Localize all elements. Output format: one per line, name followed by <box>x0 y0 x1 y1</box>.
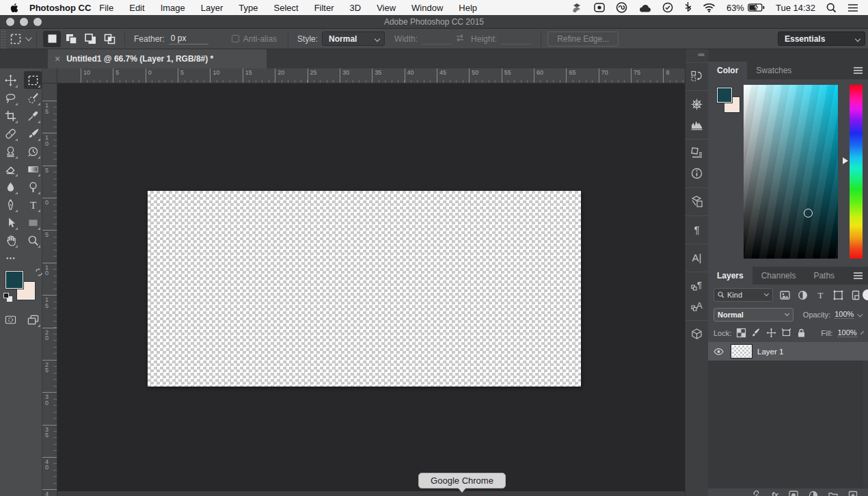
layer-visibility-toggle[interactable] <box>708 348 729 355</box>
stack-menu-icon[interactable] <box>571 3 583 13</box>
blend-mode-dropdown[interactable]: Normal <box>714 308 794 322</box>
filter-shape-layers-icon[interactable] <box>832 288 845 302</box>
options-bar-grip[interactable] <box>0 29 5 49</box>
dodge-tool[interactable] <box>24 178 42 196</box>
feather-input[interactable] <box>169 33 208 44</box>
tool-preset-picker[interactable] <box>10 33 30 45</box>
histogram-icon[interactable] <box>686 114 708 135</box>
tab-channels[interactable]: Channels <box>752 267 805 285</box>
color-field-marker[interactable] <box>804 209 813 218</box>
new-selection-button[interactable] <box>43 31 61 47</box>
layer-comps-icon[interactable] <box>686 191 708 211</box>
new-layer-icon[interactable] <box>848 491 858 496</box>
menubar-clock[interactable]: Tue 14:32 <box>776 3 815 13</box>
minimize-window-button[interactable] <box>20 18 28 26</box>
spotlight-search-icon[interactable] <box>826 3 837 13</box>
panel-menu-icon[interactable] <box>854 272 863 279</box>
subtract-from-selection-button[interactable] <box>81 31 99 47</box>
ellipsis-more-tools[interactable] <box>1 249 19 267</box>
tab-swatches[interactable]: Swatches <box>747 62 800 79</box>
tab-color[interactable]: Color <box>708 62 747 79</box>
pen-tool[interactable] <box>1 196 19 213</box>
layer-style-fx-icon[interactable]: fx <box>772 491 778 496</box>
close-tab-icon[interactable]: × <box>55 53 60 64</box>
zoom-tool[interactable] <box>24 231 42 249</box>
horizontal-ruler[interactable]: 1050510152025303540455055606570758 <box>57 68 685 83</box>
gradient-tool[interactable] <box>24 160 42 178</box>
menu-item[interactable]: File <box>99 3 113 13</box>
history-brush-tool[interactable] <box>24 142 42 160</box>
document-tab[interactable]: × Untitled1 @ 66.7% (Layer 1, RGB/8#) * <box>48 49 267 68</box>
filter-type-layers-icon[interactable]: T <box>815 288 827 302</box>
lasso-tool[interactable] <box>1 89 19 107</box>
character-icon[interactable]: A| <box>686 247 708 267</box>
menu-item[interactable]: Select <box>273 3 298 13</box>
layer-name[interactable]: Layer 1 <box>757 348 783 356</box>
swap-width-height-icon[interactable] <box>455 34 465 44</box>
active-app-name[interactable]: Photoshop CC <box>29 3 91 13</box>
info-icon[interactable] <box>686 163 708 183</box>
expand-panels-icon[interactable]: «« <box>686 49 708 58</box>
lock-pixels-icon[interactable] <box>751 326 761 340</box>
libraries-icon[interactable] <box>686 142 708 163</box>
brush-tool[interactable] <box>24 125 42 142</box>
color-field[interactable] <box>744 85 838 259</box>
crop-tool[interactable] <box>1 107 19 125</box>
quick-mask-mode-button[interactable] <box>1 311 19 328</box>
document-canvas-transparent[interactable] <box>148 191 581 387</box>
layer-row-selected[interactable]: Layer 1 <box>708 342 868 361</box>
layer-filter-dropdown[interactable]: Kind <box>714 288 773 302</box>
filter-smart-objects-icon[interactable] <box>850 288 863 302</box>
vertical-ruler[interactable]: 1510505101520253035404 <box>42 83 57 496</box>
anti-alias-checkbox[interactable] <box>232 35 239 42</box>
filter-adjustment-layers-icon[interactable] <box>797 288 809 302</box>
creative-cloud-icon[interactable] <box>616 2 627 13</box>
width-input[interactable] <box>422 33 452 44</box>
panel-menu-icon[interactable] <box>854 67 863 74</box>
path-selection-tool[interactable] <box>1 213 19 231</box>
move-tool[interactable] <box>1 71 19 89</box>
default-colors-icon[interactable] <box>3 293 13 302</box>
chevron-down-icon[interactable] <box>858 312 863 317</box>
3d-icon[interactable] <box>686 324 708 344</box>
menu-item[interactable]: Filter <box>314 3 334 13</box>
layer-thumbnail[interactable] <box>731 345 752 358</box>
new-group-icon[interactable] <box>828 491 838 496</box>
navigator-icon[interactable] <box>686 94 708 114</box>
fill-value[interactable]: 100% <box>837 328 856 337</box>
notification-center-icon[interactable] <box>847 3 858 12</box>
eraser-tool[interactable] <box>1 160 19 178</box>
canvas-pasteboard[interactable]: Google Chrome <box>57 83 685 496</box>
ruler-origin-corner[interactable] <box>42 68 57 83</box>
link-layers-icon[interactable] <box>752 491 761 496</box>
cloud-icon[interactable] <box>638 3 651 12</box>
workspace-switcher[interactable]: Essentials <box>778 31 865 46</box>
bluetooth-icon[interactable] <box>684 2 692 13</box>
filter-toggle-icon[interactable] <box>863 289 868 300</box>
menu-item[interactable]: Edit <box>129 3 144 13</box>
eyedropper-tool[interactable] <box>24 107 42 125</box>
add-layer-mask-icon[interactable] <box>789 491 798 496</box>
menu-item[interactable]: View <box>377 3 396 13</box>
blur-tool[interactable] <box>1 178 19 196</box>
close-window-button[interactable] <box>6 18 14 26</box>
tab-paths[interactable]: Paths <box>804 267 843 285</box>
paragraph-styles-icon[interactable]: ¶ <box>686 275 708 296</box>
refine-edge-button[interactable]: Refine Edge... <box>547 31 619 47</box>
spot-healing-brush-tool[interactable] <box>1 125 19 142</box>
hue-spectrum-bar[interactable] <box>850 85 863 259</box>
screen-mode-button[interactable] <box>24 311 42 328</box>
opacity-value[interactable]: 100% <box>835 310 854 319</box>
add-to-selection-button[interactable] <box>62 31 80 47</box>
new-adjustment-layer-icon[interactable] <box>809 491 818 496</box>
paragraph-icon[interactable]: ¶ <box>686 219 708 239</box>
lock-all-icon[interactable] <box>796 326 806 340</box>
rectangle-tool[interactable] <box>24 213 42 231</box>
height-input[interactable] <box>501 33 531 44</box>
menu-item[interactable]: 3D <box>350 3 362 13</box>
foreground-color-swatch[interactable] <box>5 271 23 289</box>
battery-status[interactable]: 63% <box>727 3 765 13</box>
intersect-selection-button[interactable] <box>100 31 118 47</box>
quick-selection-tool[interactable] <box>24 89 42 107</box>
rectangular-marquee-tool[interactable] <box>24 71 42 89</box>
